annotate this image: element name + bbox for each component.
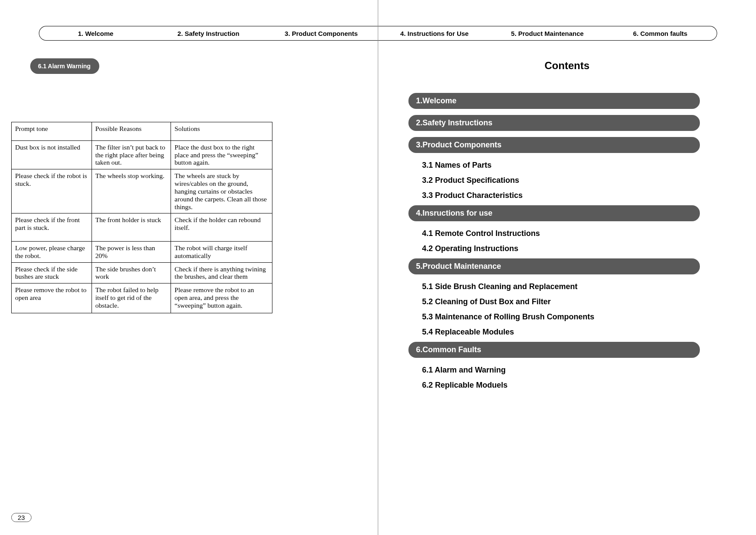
- toc-group: 3.Product Components 3.1 Names of Parts …: [408, 137, 700, 202]
- toc-sub: 4.2 Operating Instructions: [408, 242, 700, 255]
- col-header-prompt: Prompt tone: [12, 122, 92, 141]
- cell: The front holder is stuck: [92, 213, 171, 242]
- toc-pill-faults: 6.Common Faults: [408, 342, 700, 358]
- toc-pill-maintenance: 5.Product Maintenance: [408, 258, 700, 274]
- toc-group: 1.Welcome: [408, 93, 700, 109]
- col-header-solutions: Solutions: [171, 122, 272, 141]
- right-page: 4. Instructions for Use 5. Product Maint…: [378, 0, 756, 535]
- toc-sub: 3.2 Product Specifications: [408, 174, 700, 187]
- table-row: Please check if the robot is stuck. The …: [12, 169, 272, 213]
- cell: Dust box is not installed: [12, 140, 92, 169]
- toc-group: 5.Product Maintenance 5.1 Side Brush Cle…: [408, 258, 700, 338]
- toc-sub: 5.1 Side Brush Cleaning and Replacement: [408, 280, 700, 293]
- cell: The power is less than 20%: [92, 241, 171, 262]
- toc-sub: 4.1 Remote Control Instructions: [408, 227, 700, 240]
- tab-safety: 2. Safety Instruction: [152, 30, 265, 37]
- tab-welcome: 1. Welcome: [39, 30, 152, 37]
- cell: The wheels are stuck by wires/cables on …: [171, 169, 272, 213]
- toc-pill-safety: 2.Safety Instructions: [408, 115, 700, 131]
- section-badge: 6.1 Alarm Warning: [30, 58, 99, 74]
- table-row: Dust box is not installed The filter isn…: [12, 140, 272, 169]
- col-header-reasons: Possible Reasons: [92, 122, 171, 141]
- toc-pill-instructions: 4.Insructions for use: [408, 205, 700, 221]
- cell: The wheels stop working.: [92, 169, 171, 213]
- page-number: 23: [11, 513, 32, 522]
- top-tab-bar-right: 4. Instructions for Use 5. Product Maint…: [378, 26, 718, 41]
- page-spread: 1. Welcome 2. Safety Instruction 3. Prod…: [0, 0, 756, 535]
- top-tab-bar-left: 1. Welcome 2. Safety Instruction 3. Prod…: [39, 26, 378, 41]
- toc-group: 2.Safety Instructions: [408, 115, 700, 131]
- left-page: 1. Welcome 2. Safety Instruction 3. Prod…: [0, 0, 378, 535]
- cell: The robot will charge itself automatical…: [171, 241, 272, 262]
- cell: Place the dust box to the right place an…: [171, 140, 272, 169]
- toc-sub: 6.2 Replicable Moduels: [408, 379, 700, 392]
- toc-group: 4.Insructions for use 4.1 Remote Control…: [408, 205, 700, 255]
- cell: Please check if the side bushes are stuc…: [12, 262, 92, 283]
- toc-group: 6.Common Faults 6.1 Alarm and Warning 6.…: [408, 342, 700, 392]
- alarm-warning-table: Prompt tone Possible Reasons Solutions D…: [11, 122, 272, 313]
- tab-instructions-use: 4. Instructions for Use: [378, 30, 491, 37]
- table-row: Please remove the robot to open area The…: [12, 283, 272, 313]
- toc-sub: 5.3 Maintenance of Rolling Brush Compone…: [408, 311, 700, 323]
- toc-pill-welcome: 1.Welcome: [408, 93, 700, 109]
- cell: The filter isn’t put back to the right p…: [92, 140, 171, 169]
- tab-maintenance: 5. Product Maintenance: [491, 30, 604, 37]
- table-of-contents: 1.Welcome 2.Safety Instructions 3.Produc…: [408, 93, 700, 395]
- cell: Please check if the front part is stuck.: [12, 213, 92, 242]
- table-header-row: Prompt tone Possible Reasons Solutions: [12, 122, 272, 141]
- cell: Check if there is anything twining the b…: [171, 262, 272, 283]
- toc-sub: 6.1 Alarm and Warning: [408, 364, 700, 376]
- toc-sub: 3.3 Product Characteristics: [408, 189, 700, 202]
- toc-sub: 5.2 Cleaning of Dust Box and Filter: [408, 296, 700, 308]
- cell: Check if the holder can rebound itself.: [171, 213, 272, 242]
- table-row: Please check if the side bushes are stuc…: [12, 262, 272, 283]
- tab-faults: 6. Common faults: [604, 30, 717, 37]
- tab-components: 3. Product Components: [265, 30, 377, 37]
- contents-heading: Contents: [378, 60, 756, 72]
- toc-sub: 3.1 Names of Parts: [408, 159, 700, 172]
- cell: Please remove the robot to open area: [12, 283, 92, 313]
- table-row: Please check if the front part is stuck.…: [12, 213, 272, 242]
- table-row: Low power, please charge the robot. The …: [12, 241, 272, 262]
- toc-pill-components: 3.Product Components: [408, 137, 700, 153]
- toc-sub: 5.4 Replaceable Modules: [408, 326, 700, 338]
- cell: Low power, please charge the robot.: [12, 241, 92, 262]
- cell: Please remove the robot to an open area,…: [171, 283, 272, 313]
- cell: The robot failed to help itself to get r…: [92, 283, 171, 313]
- cell: The side brushes don’t work: [92, 262, 171, 283]
- cell: Please check if the robot is stuck.: [12, 169, 92, 213]
